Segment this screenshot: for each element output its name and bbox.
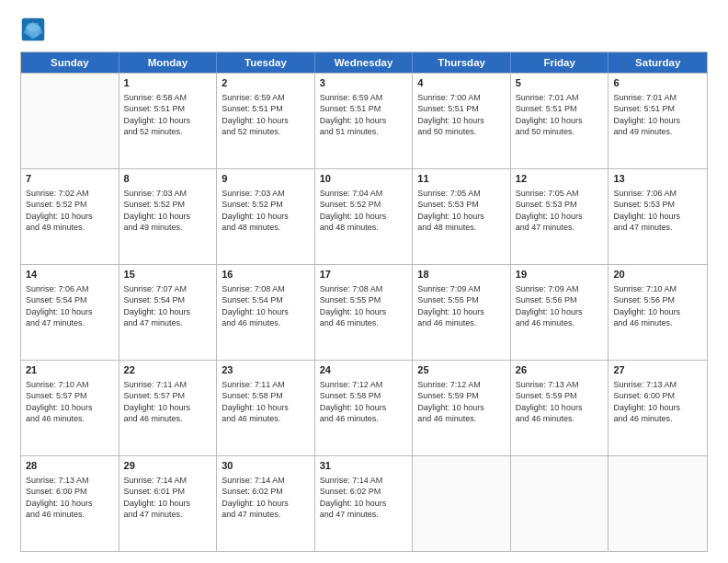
cal-header-wednesday: Wednesday xyxy=(315,52,414,73)
day-number: 30 xyxy=(222,459,310,473)
cal-cell-2-7: 13Sunrise: 7:06 AM Sunset: 5:53 PM Dayli… xyxy=(609,169,707,264)
day-number: 14 xyxy=(26,268,114,282)
cal-cell-1-7: 6Sunrise: 7:01 AM Sunset: 5:51 PM Daylig… xyxy=(609,74,707,168)
cell-info: Sunrise: 7:11 AM Sunset: 5:57 PM Dayligh… xyxy=(124,379,212,425)
cal-cell-3-4: 17Sunrise: 7:08 AM Sunset: 5:55 PM Dayli… xyxy=(315,265,414,360)
cal-cell-4-7: 27Sunrise: 7:13 AM Sunset: 6:00 PM Dayli… xyxy=(609,361,707,455)
cal-cell-3-7: 20Sunrise: 7:10 AM Sunset: 5:56 PM Dayli… xyxy=(609,265,707,360)
calendar-week-3: 14Sunrise: 7:06 AM Sunset: 5:54 PM Dayli… xyxy=(21,264,707,360)
calendar-body: 1Sunrise: 6:58 AM Sunset: 5:51 PM Daylig… xyxy=(21,73,707,551)
cell-info: Sunrise: 7:06 AM Sunset: 5:53 PM Dayligh… xyxy=(613,188,702,234)
cal-cell-1-5: 4Sunrise: 7:00 AM Sunset: 5:51 PM Daylig… xyxy=(413,74,511,168)
day-number: 10 xyxy=(320,172,408,186)
day-number: 31 xyxy=(320,459,408,473)
cal-header-tuesday: Tuesday xyxy=(217,52,315,73)
cell-info: Sunrise: 6:58 AM Sunset: 5:51 PM Dayligh… xyxy=(124,92,212,138)
cal-cell-4-4: 24Sunrise: 7:12 AM Sunset: 5:58 PM Dayli… xyxy=(315,361,414,455)
cell-info: Sunrise: 7:11 AM Sunset: 5:58 PM Dayligh… xyxy=(222,379,310,425)
cell-info: Sunrise: 7:09 AM Sunset: 5:55 PM Dayligh… xyxy=(417,283,506,329)
day-number: 7 xyxy=(26,172,114,186)
day-number: 28 xyxy=(26,459,114,473)
cal-header-saturday: Saturday xyxy=(609,52,707,73)
cal-cell-1-3: 2Sunrise: 6:59 AM Sunset: 5:51 PM Daylig… xyxy=(217,74,315,168)
day-number: 29 xyxy=(124,459,212,473)
cal-cell-4-3: 23Sunrise: 7:11 AM Sunset: 5:58 PM Dayli… xyxy=(217,361,315,455)
cell-info: Sunrise: 7:14 AM Sunset: 6:01 PM Dayligh… xyxy=(124,475,212,521)
day-number: 2 xyxy=(222,76,310,90)
cell-info: Sunrise: 7:13 AM Sunset: 5:59 PM Dayligh… xyxy=(516,379,604,425)
cal-cell-3-5: 18Sunrise: 7:09 AM Sunset: 5:55 PM Dayli… xyxy=(413,265,511,360)
day-number: 24 xyxy=(320,363,408,377)
cell-info: Sunrise: 7:01 AM Sunset: 5:51 PM Dayligh… xyxy=(516,92,604,138)
cell-info: Sunrise: 7:13 AM Sunset: 6:00 PM Dayligh… xyxy=(613,379,702,425)
day-number: 15 xyxy=(124,268,212,282)
cell-info: Sunrise: 7:07 AM Sunset: 5:54 PM Dayligh… xyxy=(124,283,212,329)
cell-info: Sunrise: 7:01 AM Sunset: 5:51 PM Dayligh… xyxy=(613,92,702,138)
header xyxy=(20,17,708,42)
day-number: 12 xyxy=(516,172,604,186)
calendar-week-2: 7Sunrise: 7:02 AM Sunset: 5:52 PM Daylig… xyxy=(21,168,707,264)
calendar-header-row: SundayMondayTuesdayWednesdayThursdayFrid… xyxy=(21,52,707,73)
logo xyxy=(20,17,50,42)
cal-header-sunday: Sunday xyxy=(21,52,119,73)
day-number: 4 xyxy=(417,76,506,90)
cal-cell-2-1: 7Sunrise: 7:02 AM Sunset: 5:52 PM Daylig… xyxy=(21,169,119,264)
cal-cell-5-7 xyxy=(609,456,707,551)
day-number: 6 xyxy=(613,76,702,90)
cell-info: Sunrise: 7:12 AM Sunset: 5:58 PM Dayligh… xyxy=(320,379,408,425)
day-number: 21 xyxy=(26,363,114,377)
cal-cell-3-6: 19Sunrise: 7:09 AM Sunset: 5:56 PM Dayli… xyxy=(511,265,609,360)
calendar-week-4: 21Sunrise: 7:10 AM Sunset: 5:57 PM Dayli… xyxy=(21,360,707,455)
cell-info: Sunrise: 7:03 AM Sunset: 5:52 PM Dayligh… xyxy=(124,188,212,234)
cal-cell-2-4: 10Sunrise: 7:04 AM Sunset: 5:52 PM Dayli… xyxy=(315,169,414,264)
calendar: SundayMondayTuesdayWednesdayThursdayFrid… xyxy=(20,52,708,552)
cell-info: Sunrise: 7:08 AM Sunset: 5:55 PM Dayligh… xyxy=(320,283,408,329)
calendar-week-1: 1Sunrise: 6:58 AM Sunset: 5:51 PM Daylig… xyxy=(21,73,707,168)
day-number: 18 xyxy=(417,268,506,282)
day-number: 19 xyxy=(516,268,604,282)
cell-info: Sunrise: 7:08 AM Sunset: 5:54 PM Dayligh… xyxy=(222,283,310,329)
cal-cell-4-5: 25Sunrise: 7:12 AM Sunset: 5:59 PM Dayli… xyxy=(413,361,511,455)
cell-info: Sunrise: 7:03 AM Sunset: 5:52 PM Dayligh… xyxy=(222,188,310,234)
cell-info: Sunrise: 6:59 AM Sunset: 5:51 PM Dayligh… xyxy=(320,92,408,138)
cal-header-thursday: Thursday xyxy=(413,52,511,73)
cal-cell-4-6: 26Sunrise: 7:13 AM Sunset: 5:59 PM Dayli… xyxy=(511,361,609,455)
calendar-week-5: 28Sunrise: 7:13 AM Sunset: 6:00 PM Dayli… xyxy=(21,455,707,551)
day-number: 5 xyxy=(516,76,604,90)
cal-cell-3-1: 14Sunrise: 7:06 AM Sunset: 5:54 PM Dayli… xyxy=(21,265,119,360)
cell-info: Sunrise: 6:59 AM Sunset: 5:51 PM Dayligh… xyxy=(222,92,310,138)
cal-cell-5-1: 28Sunrise: 7:13 AM Sunset: 6:00 PM Dayli… xyxy=(21,456,119,551)
cell-info: Sunrise: 7:05 AM Sunset: 5:53 PM Dayligh… xyxy=(417,188,506,234)
cal-cell-1-1 xyxy=(21,74,119,168)
day-number: 3 xyxy=(320,76,408,90)
cell-info: Sunrise: 7:10 AM Sunset: 5:56 PM Dayligh… xyxy=(613,283,702,329)
day-number: 25 xyxy=(417,363,506,377)
day-number: 23 xyxy=(222,363,310,377)
cal-cell-5-4: 31Sunrise: 7:14 AM Sunset: 6:02 PM Dayli… xyxy=(315,456,414,551)
cal-cell-3-2: 15Sunrise: 7:07 AM Sunset: 5:54 PM Dayli… xyxy=(119,265,218,360)
cell-info: Sunrise: 7:00 AM Sunset: 5:51 PM Dayligh… xyxy=(417,92,506,138)
cell-info: Sunrise: 7:14 AM Sunset: 6:02 PM Dayligh… xyxy=(320,475,408,521)
day-number: 11 xyxy=(417,172,506,186)
cal-header-monday: Monday xyxy=(119,52,218,73)
cal-cell-5-3: 30Sunrise: 7:14 AM Sunset: 6:02 PM Dayli… xyxy=(217,456,315,551)
cal-cell-4-2: 22Sunrise: 7:11 AM Sunset: 5:57 PM Dayli… xyxy=(119,361,218,455)
cal-cell-4-1: 21Sunrise: 7:10 AM Sunset: 5:57 PM Dayli… xyxy=(21,361,119,455)
logo-icon xyxy=(20,17,46,42)
cal-cell-2-5: 11Sunrise: 7:05 AM Sunset: 5:53 PM Dayli… xyxy=(413,169,511,264)
cal-cell-2-6: 12Sunrise: 7:05 AM Sunset: 5:53 PM Dayli… xyxy=(511,169,609,264)
cell-info: Sunrise: 7:02 AM Sunset: 5:52 PM Dayligh… xyxy=(26,188,114,234)
cell-info: Sunrise: 7:04 AM Sunset: 5:52 PM Dayligh… xyxy=(320,188,408,234)
day-number: 13 xyxy=(613,172,702,186)
cal-cell-5-2: 29Sunrise: 7:14 AM Sunset: 6:01 PM Dayli… xyxy=(119,456,218,551)
cal-cell-1-6: 5Sunrise: 7:01 AM Sunset: 5:51 PM Daylig… xyxy=(511,74,609,168)
day-number: 26 xyxy=(516,363,604,377)
day-number: 16 xyxy=(222,268,310,282)
cal-cell-2-2: 8Sunrise: 7:03 AM Sunset: 5:52 PM Daylig… xyxy=(119,169,218,264)
day-number: 17 xyxy=(320,268,408,282)
day-number: 9 xyxy=(222,172,310,186)
cal-header-friday: Friday xyxy=(511,52,609,73)
day-number: 1 xyxy=(124,76,212,90)
day-number: 22 xyxy=(124,363,212,377)
cal-cell-2-3: 9Sunrise: 7:03 AM Sunset: 5:52 PM Daylig… xyxy=(217,169,315,264)
